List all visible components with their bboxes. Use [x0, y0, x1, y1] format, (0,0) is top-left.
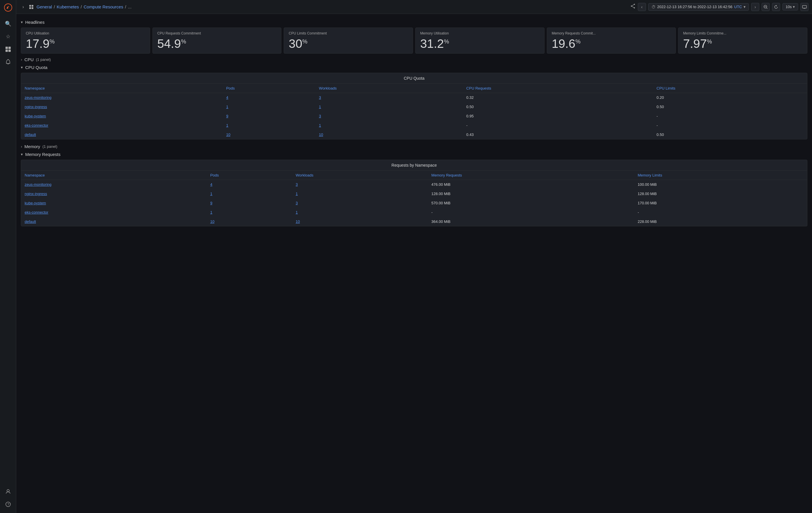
headline-value-4: 19.6%: [552, 38, 581, 50]
col-workloads: Workloads: [316, 84, 463, 93]
mem-col-memory-limits: Memory Limits: [634, 171, 807, 180]
cpu-section-header[interactable]: › CPU (1 panel): [21, 57, 807, 62]
svg-rect-1: [5, 47, 8, 49]
mem-col-pods: Pods: [207, 171, 292, 180]
cpu-section-subtitle: (1 panel): [36, 57, 51, 62]
cpu-requests-1: 0.50: [463, 102, 653, 112]
dashboards-icon[interactable]: [2, 44, 14, 55]
headlines-collapse-icon: ▾: [21, 20, 23, 24]
cpu-pods-0[interactable]: 4: [223, 93, 315, 102]
cpu-workloads-1[interactable]: 1: [316, 102, 463, 112]
cpu-quota-section-header[interactable]: ▾ CPU Quota: [21, 65, 807, 70]
headline-card-3: Memory Utilisation 31.2%: [415, 28, 545, 54]
mem-pods-2[interactable]: 9: [207, 199, 292, 208]
mem-limits-0: 100.00 MiB: [634, 180, 807, 189]
clock-icon: ⏱: [651, 5, 656, 9]
star-icon[interactable]: ☆: [2, 31, 14, 42]
sidebar-toggle[interactable]: ›: [20, 3, 27, 10]
mem-limits-4: 228.00 MiB: [634, 217, 807, 226]
user-icon[interactable]: [2, 486, 14, 497]
timezone-label: UTC: [734, 5, 742, 9]
cpu-workloads-3[interactable]: 1: [316, 121, 463, 130]
search-icon[interactable]: 🔍: [2, 18, 14, 30]
time-next-button[interactable]: ›: [751, 3, 759, 11]
headline-card-2: CPU Limits Commitment 30%: [284, 28, 413, 54]
cpu-ns-0[interactable]: zeus-monitoring: [21, 93, 223, 102]
cpu-pods-3[interactable]: 1: [223, 121, 315, 130]
cpu-workloads-4[interactable]: 10: [316, 130, 463, 139]
mem-col-namespace: Namespace: [21, 171, 207, 180]
cpu-ns-1[interactable]: nginx-ingress: [21, 102, 223, 112]
memory-requests-section-header[interactable]: ▾ Memory Requests: [21, 152, 807, 157]
time-prev-button[interactable]: ‹: [638, 3, 646, 11]
help-icon[interactable]: ?: [2, 498, 14, 510]
breadcrumb-compute-resources[interactable]: Compute Resources: [84, 4, 123, 9]
cpu-requests-3: -: [463, 121, 653, 130]
svg-rect-4: [8, 50, 11, 52]
svg-line-15: [632, 5, 634, 6]
svg-line-16: [632, 6, 634, 7]
headlines-row: CPU Utilisation 17.9% CPU Requests Commi…: [21, 28, 807, 54]
share-button[interactable]: [630, 3, 636, 10]
cpu-workloads-0[interactable]: 3: [316, 93, 463, 102]
mem-ns-4[interactable]: default: [21, 217, 207, 226]
headlines-section-header[interactable]: ▾ Headlines: [21, 20, 807, 25]
svg-line-19: [766, 8, 767, 9]
breadcrumb: General / Kubernetes / Compute Resources…: [29, 4, 132, 9]
alerts-icon[interactable]: [2, 56, 14, 68]
memory-requests-table: Namespace Pods Workloads Memory Requests…: [21, 171, 807, 226]
mem-workloads-0[interactable]: 3: [292, 180, 428, 189]
mem-ns-3[interactable]: eks-connector: [21, 208, 207, 217]
memory-collapse-icon: ›: [21, 144, 22, 149]
app-logo[interactable]: [3, 2, 13, 13]
cpu-pods-2[interactable]: 9: [223, 112, 315, 121]
refresh-interval-button[interactable]: 10s ▾: [782, 3, 798, 10]
mem-workloads-4[interactable]: 10: [292, 217, 428, 226]
mem-workloads-3[interactable]: 1: [292, 208, 428, 217]
dashboard-grid-icon: [29, 5, 34, 9]
headline-value-0: 17.9%: [26, 38, 55, 50]
main-content: › General / Kubernetes / Compute Resourc…: [16, 0, 812, 513]
mem-ns-0[interactable]: zeus-monitoring: [21, 180, 207, 189]
dashboard-content: ▾ Headlines CPU Utilisation 17.9% CPU Re…: [16, 14, 812, 513]
zoom-out-button[interactable]: [761, 3, 770, 11]
headline-label-2: CPU Limits Commitment: [289, 31, 327, 35]
headline-card-0: CPU Utilisation 17.9%: [21, 28, 150, 54]
mem-ns-1[interactable]: nginx-ingress: [21, 189, 207, 199]
tv-mode-button[interactable]: [801, 3, 809, 11]
cpu-requests-0: 0.32: [463, 93, 653, 102]
headline-card-5: Memory Limits Commitme... 7.97%: [678, 28, 807, 54]
svg-text:?: ?: [7, 503, 9, 506]
mem-pods-1[interactable]: 1: [207, 189, 292, 199]
breadcrumb-kubernetes[interactable]: Kubernetes: [57, 4, 79, 9]
mem-ns-2[interactable]: kube-system: [21, 199, 207, 208]
mem-workloads-1[interactable]: 1: [292, 189, 428, 199]
refresh-button[interactable]: [772, 3, 780, 11]
cpu-pods-4[interactable]: 10: [223, 130, 315, 139]
cpu-ns-2[interactable]: kube-system: [21, 112, 223, 121]
cpu-ns-4[interactable]: default: [21, 130, 223, 139]
memory-requests-section-title: Memory Requests: [25, 152, 61, 157]
sidebar: 🔍 ☆ ?: [0, 0, 16, 513]
chevron-down-icon: ▾: [744, 5, 746, 9]
mem-pods-0[interactable]: 4: [207, 180, 292, 189]
mem-pods-3[interactable]: 1: [207, 208, 292, 217]
cpu-requests-2: 0.95: [463, 112, 653, 121]
breadcrumb-general[interactable]: General: [36, 4, 52, 9]
mem-requests-1: 128.00 MiB: [428, 189, 634, 199]
cpu-pods-1[interactable]: 1: [223, 102, 315, 112]
table-row: default 10 10 364.00 MiB 228.00 MiB: [21, 217, 807, 226]
time-range-picker[interactable]: ⏱ 2022-12-13 16:27:56 to 2022-12-13 16:4…: [648, 3, 749, 11]
cpu-limits-1: 0.50: [653, 102, 807, 112]
mem-workloads-2[interactable]: 3: [292, 199, 428, 208]
breadcrumb-sep-3: /: [125, 4, 126, 9]
table-row: kube-system 9 3 0.95 -: [21, 112, 807, 121]
memory-section-header[interactable]: › Memory (1 panel): [21, 144, 807, 149]
memory-section-subtitle: (1 panel): [42, 144, 57, 149]
cpu-workloads-2[interactable]: 3: [316, 112, 463, 121]
cpu-limits-4: 0.50: [653, 130, 807, 139]
headline-label-0: CPU Utilisation: [26, 31, 49, 35]
breadcrumb-sep-2: /: [81, 4, 82, 9]
cpu-ns-3[interactable]: eks-connector: [21, 121, 223, 130]
mem-pods-4[interactable]: 10: [207, 217, 292, 226]
